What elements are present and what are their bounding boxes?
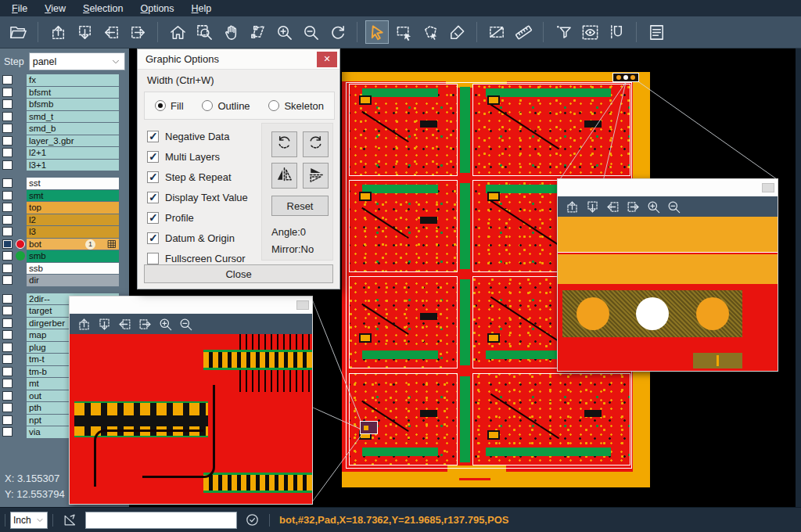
layer-visibility-checkbox[interactable] [2, 227, 13, 236]
layer-name[interactable]: ssb [27, 263, 119, 275]
layer-visibility-checkbox[interactable] [2, 264, 13, 273]
layer-name[interactable]: smb [27, 250, 119, 262]
layer-name[interactable]: smd_t [27, 111, 119, 123]
angle-mode-icon[interactable] [63, 512, 77, 527]
layer-row-l2+1[interactable]: l2+1 [0, 147, 129, 159]
layer-visibility-checkbox[interactable] [2, 415, 13, 425]
layer-visibility-checkbox[interactable] [2, 203, 13, 212]
layer-row-smb[interactable]: smb [0, 250, 129, 262]
magnifier-view[interactable] [70, 334, 312, 504]
layer-visibility-checkbox[interactable] [2, 75, 13, 84]
shift-right-button[interactable] [126, 20, 149, 44]
window-button[interactable] [296, 300, 309, 310]
magnifier-source-region-top[interactable] [612, 73, 639, 82]
layer-visibility-checkbox[interactable] [2, 403, 13, 412]
layer-row-bfsmt[interactable]: bfsmt [0, 87, 129, 99]
layer-visibility-checkbox[interactable] [2, 178, 13, 188]
magnifier-titlebar[interactable] [70, 297, 312, 314]
layer-row-l3[interactable]: l3 [0, 226, 129, 238]
rect-select-button[interactable] [392, 20, 415, 44]
layer-list-button[interactable] [645, 20, 668, 44]
menu-options[interactable]: Options [131, 3, 182, 14]
rotate-ccw-button[interactable] [303, 131, 329, 157]
layer-visibility-checkbox[interactable] [2, 354, 13, 364]
layer-row-bfsmb[interactable]: bfsmb [0, 99, 129, 110]
home-button[interactable] [166, 20, 189, 44]
zoom-previous-button[interactable] [325, 20, 349, 44]
layer-row-smd_t[interactable]: smd_t [0, 111, 129, 123]
layer-name[interactable]: bot1 [27, 239, 119, 250]
layer-row-l3+1[interactable]: l3+1 [0, 160, 129, 171]
layer-row-fx[interactable]: fx [0, 74, 129, 86]
magnifier-source-region-bottom[interactable] [360, 421, 378, 434]
rotate-cw-button[interactable] [271, 131, 297, 157]
pcb-board-r1c2[interactable] [472, 84, 630, 176]
pcb-board-r1c1[interactable] [349, 84, 458, 176]
command-input[interactable] [85, 512, 237, 529]
menu-selection[interactable]: Selection [74, 3, 131, 14]
checkbox-profile[interactable]: Profile [147, 207, 248, 228]
open-folder-button[interactable] [6, 20, 30, 44]
ruler-button[interactable] [512, 20, 535, 44]
layer-name[interactable]: l2 [27, 214, 119, 226]
layer-visibility-checkbox[interactable] [2, 379, 13, 388]
layer-name[interactable]: l3+1 [27, 160, 119, 171]
layer-visibility-checkbox[interactable] [2, 148, 13, 157]
unit-selector[interactable]: Inch [10, 512, 48, 529]
layer-visibility-checkbox[interactable] [2, 367, 13, 376]
zoom-window-button[interactable] [192, 20, 216, 44]
dialog-titlebar[interactable]: Graphic Options [138, 49, 339, 70]
layer-visibility-checkbox[interactable] [2, 251, 13, 261]
layer-name[interactable]: fx [27, 74, 119, 86]
pan-right-icon[interactable] [138, 317, 153, 332]
mirror-horizontal-button[interactable] [271, 163, 297, 189]
layer-row-ssb[interactable]: ssb [0, 263, 129, 275]
layer-visibility-checkbox[interactable] [2, 294, 13, 304]
layer-visibility-checkbox[interactable] [2, 391, 13, 401]
layer-visibility-checkbox[interactable] [2, 306, 13, 315]
checkbox-datum-origin[interactable]: Datum & Origin [147, 228, 248, 248]
layer-visibility-checkbox[interactable] [2, 318, 13, 328]
radio-outline[interactable]: Outline [202, 100, 250, 112]
brush-button[interactable] [445, 20, 469, 44]
layer-name[interactable]: top [27, 202, 119, 214]
layer-visibility-checkbox[interactable] [2, 112, 13, 121]
layer-name[interactable]: sst [27, 178, 119, 189]
layer-visibility-checkbox[interactable] [2, 191, 13, 200]
pan-left-icon[interactable] [605, 200, 620, 214]
layer-name[interactable]: smd_b [27, 123, 119, 135]
layer-visibility-checkbox[interactable] [2, 343, 13, 352]
menu-view[interactable]: View [36, 3, 74, 14]
pan-right-icon[interactable] [626, 200, 641, 214]
pan-left-icon[interactable] [117, 317, 132, 332]
zoom-in-icon[interactable] [158, 317, 173, 332]
magnifier-window-right[interactable] [557, 178, 778, 372]
window-button[interactable] [762, 183, 774, 192]
filter-button[interactable] [551, 20, 575, 44]
radio-fill[interactable]: Fill [155, 100, 184, 112]
layer-row-smd_b[interactable]: smd_b [0, 123, 129, 135]
layer-row-sst[interactable]: sst [0, 178, 129, 189]
radio-skeleton[interactable]: Skeleton [268, 100, 324, 112]
layer-name[interactable]: dir [27, 275, 119, 286]
snap-button[interactable] [605, 20, 628, 44]
layer-visibility-checkbox[interactable] [2, 160, 13, 170]
layer-visibility-checkbox[interactable] [2, 215, 13, 225]
pan-up-icon[interactable] [565, 200, 580, 214]
layer-visibility-checkbox[interactable] [2, 99, 13, 109]
layer-name[interactable]: bfsmb [27, 99, 119, 110]
reset-button[interactable]: Reset [271, 196, 329, 216]
shift-down-button[interactable] [73, 20, 96, 44]
zoom-polygon-button[interactable] [246, 20, 269, 44]
pan-down-icon[interactable] [97, 317, 112, 332]
checkbox-step-repeat[interactable]: Step & Repeat [147, 167, 248, 187]
select-button[interactable] [365, 20, 389, 44]
layer-visibility-checkbox[interactable] [2, 124, 13, 133]
zoom-in-button[interactable] [272, 20, 296, 44]
pan-up-icon[interactable] [77, 317, 92, 332]
magnifier-titlebar[interactable] [558, 179, 778, 196]
layer-row-bot[interactable]: bot1 [0, 239, 129, 250]
apply-icon[interactable] [245, 512, 260, 527]
shift-left-button[interactable] [99, 20, 123, 44]
zoom-out-icon[interactable] [666, 200, 681, 214]
